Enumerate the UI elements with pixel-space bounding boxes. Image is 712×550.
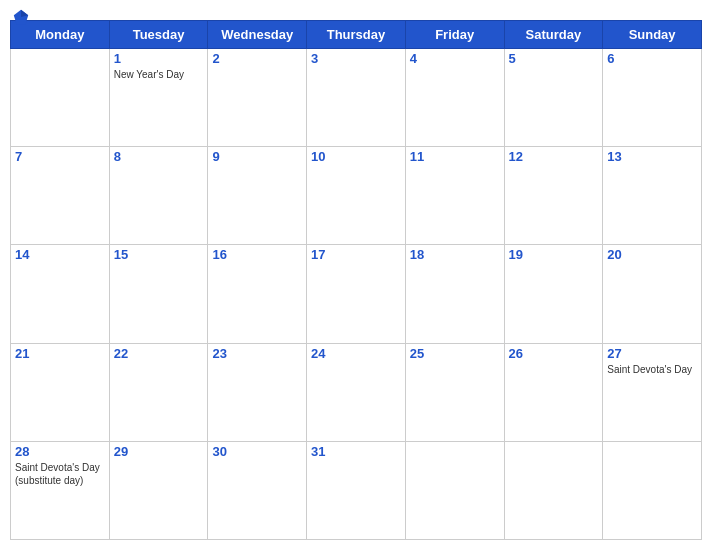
calendar-cell: [405, 441, 504, 539]
weekday-header-wednesday: Wednesday: [208, 21, 307, 49]
calendar-cell: 9: [208, 147, 307, 245]
calendar-cell: 3: [307, 49, 406, 147]
calendar-cell: 14: [11, 245, 110, 343]
calendar-cell: 22: [109, 343, 208, 441]
day-number: 7: [15, 149, 105, 164]
day-number: 24: [311, 346, 401, 361]
day-number: 8: [114, 149, 204, 164]
calendar-cell: 2: [208, 49, 307, 147]
calendar-week-row: 14151617181920: [11, 245, 702, 343]
calendar-cell: 18: [405, 245, 504, 343]
calendar-cell: 13: [603, 147, 702, 245]
day-event: Saint Devota's Day: [607, 363, 697, 376]
day-number: 17: [311, 247, 401, 262]
weekday-header-friday: Friday: [405, 21, 504, 49]
day-number: 15: [114, 247, 204, 262]
day-number: 30: [212, 444, 302, 459]
weekday-header-saturday: Saturday: [504, 21, 603, 49]
calendar-cell: 8: [109, 147, 208, 245]
calendar-cell: 11: [405, 147, 504, 245]
day-number: 29: [114, 444, 204, 459]
calendar-week-row: 78910111213: [11, 147, 702, 245]
calendar-cell: 20: [603, 245, 702, 343]
day-event: Saint Devota's Day (substitute day): [15, 461, 105, 487]
calendar-cell: 27Saint Devota's Day: [603, 343, 702, 441]
day-number: 2: [212, 51, 302, 66]
day-number: 1: [114, 51, 204, 66]
calendar-cell: 15: [109, 245, 208, 343]
day-number: 11: [410, 149, 500, 164]
calendar-cell: 26: [504, 343, 603, 441]
calendar-table: MondayTuesdayWednesdayThursdayFridaySatu…: [10, 20, 702, 540]
weekday-header-thursday: Thursday: [307, 21, 406, 49]
logo-icon: [12, 8, 30, 26]
weekday-header-sunday: Sunday: [603, 21, 702, 49]
day-number: 13: [607, 149, 697, 164]
weekday-header-row: MondayTuesdayWednesdayThursdayFridaySatu…: [11, 21, 702, 49]
calendar-cell: 25: [405, 343, 504, 441]
calendar-cell: 21: [11, 343, 110, 441]
day-number: 18: [410, 247, 500, 262]
day-number: 16: [212, 247, 302, 262]
day-number: 6: [607, 51, 697, 66]
day-number: 26: [509, 346, 599, 361]
day-number: 27: [607, 346, 697, 361]
calendar-cell: 16: [208, 245, 307, 343]
day-number: 14: [15, 247, 105, 262]
calendar-cell: 17: [307, 245, 406, 343]
calendar-cell: 29: [109, 441, 208, 539]
calendar-cell: [504, 441, 603, 539]
calendar-cell: 5: [504, 49, 603, 147]
weekday-header-tuesday: Tuesday: [109, 21, 208, 49]
calendar-header: [10, 8, 702, 16]
day-number: 10: [311, 149, 401, 164]
day-number: 3: [311, 51, 401, 66]
day-number: 31: [311, 444, 401, 459]
calendar-cell: 28Saint Devota's Day (substitute day): [11, 441, 110, 539]
calendar-cell: 7: [11, 147, 110, 245]
calendar-week-row: 1New Year's Day23456: [11, 49, 702, 147]
calendar-cell: 10: [307, 147, 406, 245]
day-number: 28: [15, 444, 105, 459]
day-number: 21: [15, 346, 105, 361]
logo: [10, 8, 30, 26]
calendar-cell: 31: [307, 441, 406, 539]
calendar-week-row: 28Saint Devota's Day (substitute day)293…: [11, 441, 702, 539]
day-number: 5: [509, 51, 599, 66]
calendar-cell: [603, 441, 702, 539]
calendar-cell: 1New Year's Day: [109, 49, 208, 147]
day-event: New Year's Day: [114, 68, 204, 81]
day-number: 19: [509, 247, 599, 262]
day-number: 25: [410, 346, 500, 361]
day-number: 12: [509, 149, 599, 164]
calendar-cell: 23: [208, 343, 307, 441]
day-number: 23: [212, 346, 302, 361]
calendar-cell: 24: [307, 343, 406, 441]
day-number: 9: [212, 149, 302, 164]
calendar-cell: 12: [504, 147, 603, 245]
calendar-cell: 4: [405, 49, 504, 147]
calendar-cell: [11, 49, 110, 147]
calendar-week-row: 21222324252627Saint Devota's Day: [11, 343, 702, 441]
calendar-cell: 30: [208, 441, 307, 539]
day-number: 4: [410, 51, 500, 66]
calendar-cell: 6: [603, 49, 702, 147]
calendar-wrapper: MondayTuesdayWednesdayThursdayFridaySatu…: [0, 0, 712, 550]
day-number: 22: [114, 346, 204, 361]
day-number: 20: [607, 247, 697, 262]
calendar-cell: 19: [504, 245, 603, 343]
